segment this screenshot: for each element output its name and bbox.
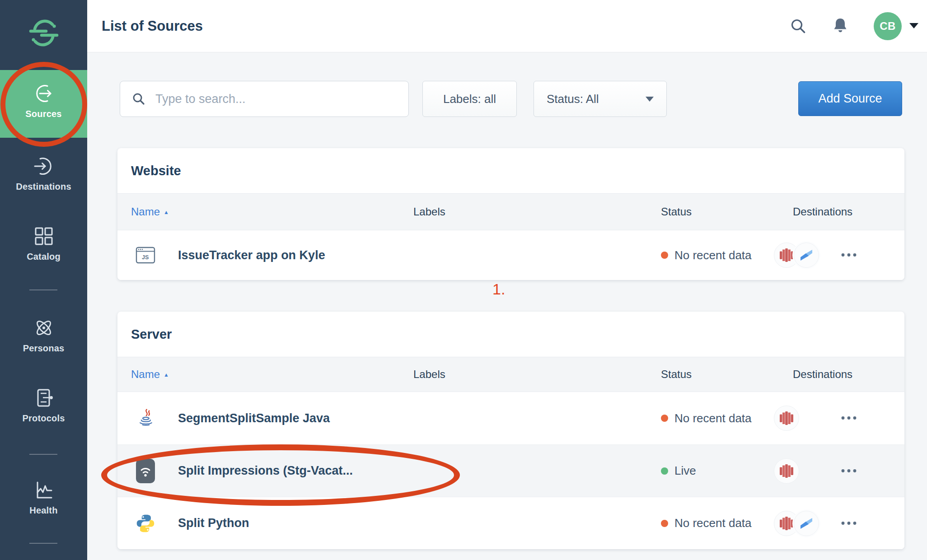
protocols-icon (0, 386, 87, 410)
sidebar-label-sources: Sources (0, 109, 87, 119)
ellipsis-icon (841, 521, 857, 525)
column-header-status: Status (661, 368, 793, 381)
java-icon (136, 408, 155, 428)
catalog-icon (0, 224, 87, 248)
website-sources-card: Website Name▲ Labels Status Destinations (117, 148, 904, 280)
page-title: List of Sources (102, 0, 203, 52)
health-chart-icon (0, 478, 87, 502)
server-sources-card: Server Name▲ Labels Status Destinations (117, 312, 904, 549)
sidebar-divider (29, 289, 57, 290)
top-bar: List of Sources CB (87, 0, 927, 52)
wifi-icon (136, 459, 155, 483)
destination-badges (774, 511, 819, 536)
column-header-name[interactable]: Name▲ (131, 205, 413, 218)
row-actions-menu[interactable] (838, 249, 860, 261)
source-search-box (120, 81, 409, 117)
labels-filter-button[interactable]: Labels: all (422, 81, 517, 117)
sort-asc-icon: ▲ (164, 372, 169, 378)
source-name: IssueTracker app on Kyle (178, 248, 325, 262)
sidebar-label-protocols: Protocols (0, 413, 87, 424)
destination-badges (774, 243, 819, 268)
column-header-name[interactable]: Name▲ (131, 368, 413, 381)
source-name: Split Impressions (Stg-Vacat... (178, 464, 353, 478)
segment-logo-icon (29, 19, 59, 47)
column-header-labels: Labels (413, 368, 661, 381)
notifications-bell-icon[interactable] (830, 16, 850, 38)
svg-text:JS: JS (142, 254, 149, 261)
sidebar-divider (29, 543, 57, 544)
server-table-header: Name▲ Labels Status Destinations (117, 357, 904, 392)
status-filter-label: Status: All (547, 92, 599, 106)
column-header-destinations: Destinations (793, 205, 891, 218)
sidebar-divider (29, 454, 57, 455)
destination-badge[interactable] (774, 458, 799, 484)
status-filter-dropdown[interactable]: Status: All (534, 81, 667, 117)
labels-filter-label: Labels: all (443, 92, 496, 106)
ellipsis-icon (841, 416, 857, 420)
add-source-button[interactable]: Add Source (798, 81, 902, 116)
global-search-icon[interactable] (788, 16, 808, 38)
status-text: No recent data (674, 411, 752, 425)
website-section-title: Website (117, 148, 904, 193)
row-actions-menu[interactable] (838, 465, 860, 477)
destinations-icon (0, 154, 87, 178)
sidebar: Sources Destinations (0, 0, 87, 560)
segment-logo[interactable] (0, 19, 87, 47)
sidebar-item-personas[interactable]: Personas (0, 316, 87, 354)
sidebar-item-catalog[interactable]: Catalog (0, 224, 87, 262)
source-row-issuetracker[interactable]: JS IssueTracker app on Kyle No recent da… (117, 230, 904, 280)
main-content: Labels: all Status: All Add Source Websi… (87, 52, 927, 560)
sidebar-label-personas: Personas (0, 343, 87, 354)
status-dot (661, 520, 668, 527)
destination-badge[interactable] (794, 243, 819, 268)
status-text: No recent data (674, 516, 752, 530)
red-striped-warehouse-icon (778, 515, 795, 532)
red-striped-warehouse-icon (778, 247, 795, 263)
status-text: No recent data (674, 248, 752, 262)
column-header-destinations: Destinations (793, 368, 891, 381)
sidebar-label-catalog: Catalog (0, 252, 87, 262)
sidebar-item-health[interactable]: Health (0, 478, 87, 516)
row-actions-menu[interactable] (838, 517, 860, 529)
source-row-split-impressions[interactable]: Split Impressions (Stg-Vacat... Live (117, 444, 904, 497)
sidebar-label-health: Health (0, 505, 87, 516)
chevron-down-icon (646, 97, 654, 102)
red-striped-warehouse-icon (778, 463, 795, 479)
personas-atom-icon (0, 316, 87, 340)
source-search-input[interactable] (154, 92, 398, 107)
column-header-status: Status (661, 205, 793, 218)
sidebar-item-protocols[interactable]: Protocols (0, 386, 87, 424)
ellipsis-icon (841, 253, 857, 257)
sort-asc-icon: ▲ (164, 209, 169, 215)
blue-chevron-s-icon (799, 247, 814, 263)
source-name: SegmentSplitSample Java (178, 411, 330, 425)
annotation-step-number: 1. (492, 280, 505, 298)
destination-badge[interactable] (774, 406, 799, 431)
destination-badges (774, 406, 799, 431)
ellipsis-icon (841, 468, 857, 473)
server-section-title: Server (117, 312, 904, 357)
search-icon (131, 91, 146, 107)
row-actions-menu[interactable] (838, 412, 860, 425)
source-name: Split Python (178, 516, 249, 530)
sources-icon (0, 82, 87, 105)
destination-badge[interactable] (794, 511, 819, 536)
js-browser-icon: JS (136, 245, 155, 265)
app-window: Sources Destinations (0, 0, 927, 560)
account-menu-caret-icon[interactable] (909, 23, 918, 28)
status-dot (661, 415, 668, 422)
red-striped-warehouse-icon (778, 410, 795, 426)
sidebar-label-destinations: Destinations (0, 182, 87, 192)
status-dot (661, 252, 668, 259)
website-table-header: Name▲ Labels Status Destinations (117, 193, 904, 230)
sidebar-item-destinations[interactable]: Destinations (0, 154, 87, 192)
user-avatar[interactable]: CB (874, 12, 902, 40)
source-row-java[interactable]: SegmentSplitSample Java No recent data (117, 392, 904, 444)
python-icon (136, 513, 155, 533)
source-row-split-python[interactable]: Split Python No recent data (117, 497, 904, 549)
sidebar-item-sources[interactable]: Sources (0, 70, 87, 138)
destination-badges (774, 458, 799, 484)
column-header-labels: Labels (413, 205, 661, 218)
status-dot (661, 467, 668, 475)
blue-chevron-s-icon (799, 516, 814, 531)
